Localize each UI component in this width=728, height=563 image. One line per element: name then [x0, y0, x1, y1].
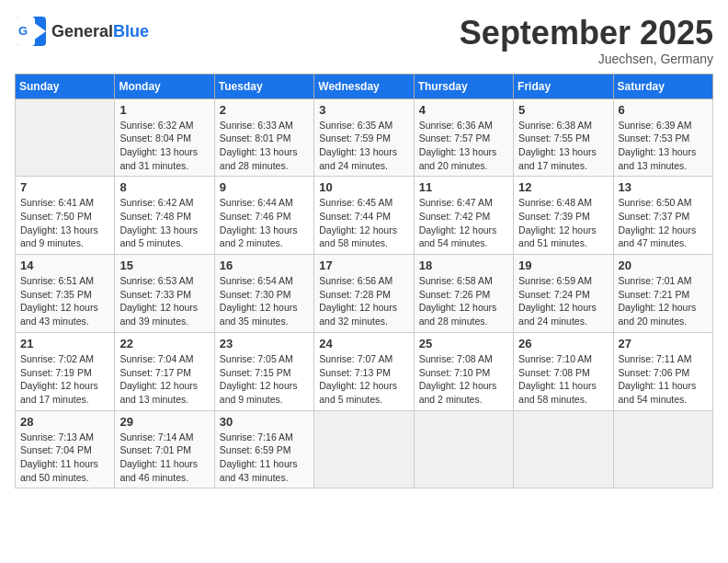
calendar-header-row: SundayMondayTuesdayWednesdayThursdayFrid…: [16, 74, 713, 98]
calendar-cell: 27Sunrise: 7:11 AMSunset: 7:06 PMDayligh…: [613, 332, 712, 410]
day-number: 20: [619, 259, 708, 272]
calendar-cell: 10Sunrise: 6:45 AMSunset: 7:44 PMDayligh…: [314, 177, 414, 255]
day-info: Sunrise: 6:47 AMSunset: 7:42 PMDaylight:…: [419, 196, 508, 250]
day-number: 2: [220, 103, 309, 117]
header-saturday: Saturday: [613, 74, 712, 98]
day-number: 30: [220, 415, 309, 429]
day-info: Sunrise: 7:11 AMSunset: 7:06 PMDaylight:…: [619, 352, 708, 407]
day-info: Sunrise: 6:38 AMSunset: 7:55 PMDaylight:…: [518, 119, 608, 173]
day-info: Sunrise: 7:07 AMSunset: 7:13 PMDaylight:…: [319, 352, 408, 407]
day-info: Sunrise: 7:14 AMSunset: 7:01 PMDaylight:…: [119, 431, 209, 485]
day-number: 17: [319, 259, 408, 272]
logo: G GeneralBlue: [15, 15, 149, 48]
day-info: Sunrise: 6:41 AMSunset: 7:50 PMDaylight:…: [20, 196, 109, 250]
calendar-cell: 24Sunrise: 7:07 AMSunset: 7:13 PMDayligh…: [314, 332, 414, 410]
calendar-cell: 13Sunrise: 6:50 AMSunset: 7:37 PMDayligh…: [613, 177, 712, 255]
calendar-cell: 6Sunrise: 6:39 AMSunset: 7:53 PMDaylight…: [613, 98, 712, 177]
calendar-cell: 1Sunrise: 6:32 AMSunset: 8:04 PMDaylight…: [115, 98, 214, 177]
day-info: Sunrise: 6:48 AMSunset: 7:39 PMDaylight:…: [518, 196, 608, 250]
calendar-cell: 8Sunrise: 6:42 AMSunset: 7:48 PMDaylight…: [115, 177, 214, 255]
month-title: September 2025: [460, 15, 713, 52]
header-thursday: Thursday: [414, 74, 513, 98]
calendar-cell: [16, 98, 115, 177]
day-number: 3: [319, 103, 408, 117]
day-info: Sunrise: 7:02 AMSunset: 7:19 PMDaylight:…: [20, 352, 109, 407]
day-info: Sunrise: 6:39 AMSunset: 7:53 PMDaylight:…: [619, 119, 708, 173]
day-info: Sunrise: 6:33 AMSunset: 8:01 PMDaylight:…: [220, 119, 309, 173]
calendar-body: 1Sunrise: 6:32 AMSunset: 8:04 PMDaylight…: [16, 98, 713, 488]
day-info: Sunrise: 6:59 AMSunset: 7:24 PMDaylight:…: [518, 274, 608, 328]
calendar-cell: 22Sunrise: 7:04 AMSunset: 7:17 PMDayligh…: [115, 332, 214, 410]
day-info: Sunrise: 6:50 AMSunset: 7:37 PMDaylight:…: [619, 196, 708, 250]
day-info: Sunrise: 7:04 AMSunset: 7:17 PMDaylight:…: [119, 352, 209, 407]
day-number: 16: [220, 259, 309, 272]
logo-blue: Blue: [113, 22, 149, 40]
day-number: 1: [119, 103, 209, 117]
day-info: Sunrise: 6:51 AMSunset: 7:35 PMDaylight:…: [20, 274, 109, 328]
day-number: 8: [119, 180, 209, 194]
day-number: 27: [619, 337, 708, 350]
day-number: 14: [20, 259, 109, 272]
day-number: 25: [419, 337, 508, 350]
day-number: 12: [518, 180, 608, 194]
day-info: Sunrise: 7:05 AMSunset: 7:15 PMDaylight:…: [220, 352, 309, 407]
calendar-cell: 30Sunrise: 7:16 AMSunset: 6:59 PMDayligh…: [214, 410, 313, 488]
header-tuesday: Tuesday: [214, 74, 313, 98]
calendar-cell: 18Sunrise: 6:58 AMSunset: 7:26 PMDayligh…: [414, 255, 513, 333]
day-info: Sunrise: 7:16 AMSunset: 6:59 PMDaylight:…: [220, 431, 309, 485]
calendar-cell: 26Sunrise: 7:10 AMSunset: 7:08 PMDayligh…: [514, 332, 613, 410]
calendar-cell: [314, 410, 414, 488]
calendar-week-4: 21Sunrise: 7:02 AMSunset: 7:19 PMDayligh…: [16, 332, 713, 410]
day-number: 4: [419, 103, 508, 117]
page-header: G GeneralBlue September 2025 Juechsen, G…: [15, 15, 713, 66]
day-number: 11: [419, 180, 508, 194]
day-info: Sunrise: 6:53 AMSunset: 7:33 PMDaylight:…: [119, 274, 209, 328]
location: Juechsen, Germany: [460, 52, 713, 66]
svg-text:G: G: [18, 24, 28, 38]
calendar-cell: 11Sunrise: 6:47 AMSunset: 7:42 PMDayligh…: [414, 177, 513, 255]
day-number: 22: [119, 337, 209, 350]
calendar-cell: 12Sunrise: 6:48 AMSunset: 7:39 PMDayligh…: [514, 177, 613, 255]
day-number: 19: [518, 259, 608, 272]
day-number: 7: [20, 180, 109, 194]
calendar-cell: 5Sunrise: 6:38 AMSunset: 7:55 PMDaylight…: [514, 98, 613, 177]
calendar-cell: 4Sunrise: 6:36 AMSunset: 7:57 PMDaylight…: [414, 98, 513, 177]
calendar-cell: [613, 410, 712, 488]
calendar-week-1: 1Sunrise: 6:32 AMSunset: 8:04 PMDaylight…: [16, 98, 713, 177]
calendar-cell: 28Sunrise: 7:13 AMSunset: 7:04 PMDayligh…: [16, 410, 115, 488]
day-number: 6: [619, 103, 708, 117]
day-number: 26: [518, 337, 608, 350]
day-info: Sunrise: 6:32 AMSunset: 8:04 PMDaylight:…: [119, 119, 209, 173]
day-info: Sunrise: 6:36 AMSunset: 7:57 PMDaylight:…: [419, 119, 508, 173]
day-number: 23: [220, 337, 309, 350]
day-number: 13: [619, 180, 708, 194]
day-number: 15: [119, 259, 209, 272]
calendar-table: SundayMondayTuesdayWednesdayThursdayFrid…: [15, 74, 713, 489]
day-info: Sunrise: 7:08 AMSunset: 7:10 PMDaylight:…: [419, 352, 508, 407]
calendar-week-2: 7Sunrise: 6:41 AMSunset: 7:50 PMDaylight…: [16, 177, 713, 255]
calendar-cell: [514, 410, 613, 488]
day-info: Sunrise: 6:54 AMSunset: 7:30 PMDaylight:…: [220, 274, 309, 328]
calendar-cell: 23Sunrise: 7:05 AMSunset: 7:15 PMDayligh…: [214, 332, 313, 410]
day-info: Sunrise: 6:44 AMSunset: 7:46 PMDaylight:…: [220, 196, 309, 250]
header-wednesday: Wednesday: [314, 74, 414, 98]
calendar-week-5: 28Sunrise: 7:13 AMSunset: 7:04 PMDayligh…: [16, 410, 713, 488]
header-sunday: Sunday: [16, 74, 115, 98]
calendar-cell: 7Sunrise: 6:41 AMSunset: 7:50 PMDaylight…: [16, 177, 115, 255]
calendar-cell: 25Sunrise: 7:08 AMSunset: 7:10 PMDayligh…: [414, 332, 513, 410]
day-number: 9: [220, 180, 309, 194]
day-info: Sunrise: 6:58 AMSunset: 7:26 PMDaylight:…: [419, 274, 508, 328]
day-number: 21: [20, 337, 109, 350]
logo-text: GeneralBlue: [51, 23, 149, 40]
day-info: Sunrise: 7:10 AMSunset: 7:08 PMDaylight:…: [518, 352, 608, 407]
calendar-cell: 19Sunrise: 6:59 AMSunset: 7:24 PMDayligh…: [514, 255, 613, 333]
calendar-cell: 3Sunrise: 6:35 AMSunset: 7:59 PMDaylight…: [314, 98, 414, 177]
day-number: 29: [119, 415, 209, 429]
header-friday: Friday: [514, 74, 613, 98]
calendar-cell: 9Sunrise: 6:44 AMSunset: 7:46 PMDaylight…: [214, 177, 313, 255]
day-info: Sunrise: 7:13 AMSunset: 7:04 PMDaylight:…: [20, 431, 109, 485]
day-info: Sunrise: 6:45 AMSunset: 7:44 PMDaylight:…: [319, 196, 408, 250]
header-monday: Monday: [115, 74, 214, 98]
calendar-cell: 29Sunrise: 7:14 AMSunset: 7:01 PMDayligh…: [115, 410, 214, 488]
logo-icon: G: [15, 15, 48, 48]
